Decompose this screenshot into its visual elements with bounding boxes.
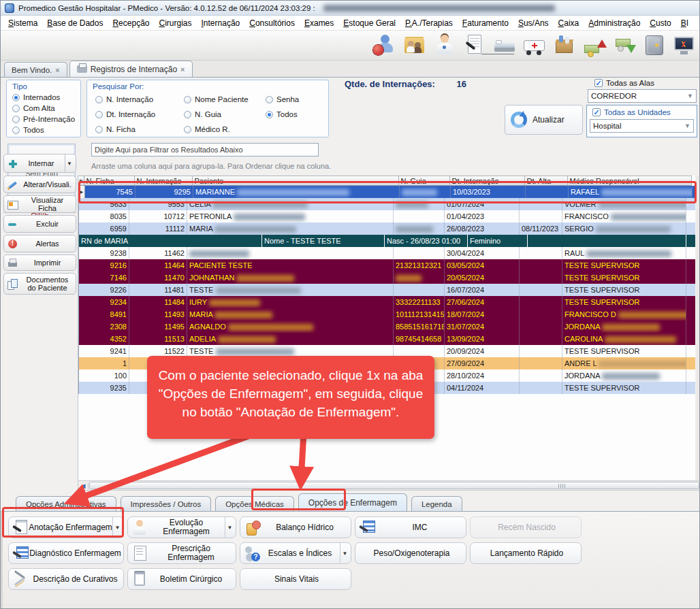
column-header-dt-interna-o[interactable]: Dt. Internação <box>450 176 525 186</box>
grid-subrow-newborn[interactable]: RN de MARIA Nome - TESTE TESTE Nasc - 26… <box>78 235 695 247</box>
sidebar-button-excluir[interactable]: Excluir <box>3 215 76 233</box>
menu-item-custo[interactable]: Custo <box>645 16 675 30</box>
sidebar-button-internar[interactable]: Internar▼ <box>3 154 76 173</box>
grid-row[interactable]: 56339553CELIA 01/07/2024VOLMER <box>78 198 695 210</box>
radio-pesquisar-nome-paciente[interactable]: Nome Paciente <box>178 92 260 107</box>
radio-pesquisar-senha[interactable]: Senha <box>260 92 319 107</box>
grid-row[interactable]: 92381146230/04/2024RAUL <box>78 247 695 259</box>
dropdown-arrow-icon[interactable]: ▼ <box>225 517 234 538</box>
ambulance-icon[interactable] <box>522 33 547 58</box>
menu-item-administra-o[interactable]: Administração <box>584 16 645 30</box>
tab-registros-de-interna-o[interactable]: Registros de Internação× <box>69 61 193 77</box>
bottom-tab-legenda[interactable]: Legenda <box>411 496 462 511</box>
column-header-dt-alta[interactable]: Dt. Alta <box>525 176 568 186</box>
contract-icon[interactable] <box>462 33 487 58</box>
grid-row[interactable]: ►75459295MARIANNE 10/03/2023RAFAEL <box>78 186 695 198</box>
action-button-imc[interactable]: IMC <box>355 516 466 538</box>
action-button-descri-o-de-curativos[interactable]: Descrição de Curativos <box>8 568 124 590</box>
grid-row[interactable]: 230811495AGNALDO 85851516171831/07/2024J… <box>78 320 695 333</box>
menu-item-faturamento[interactable]: Faturamento <box>458 16 513 30</box>
unit-select[interactable]: Hospital ▼ <box>590 119 694 133</box>
ward-select[interactable]: CORREDOR ▼ <box>588 89 697 103</box>
radio-tipo-com-alta[interactable]: Com Alta <box>7 103 80 114</box>
grid-row[interactable]: 923411484IURY 3332221113327/06/2024TESTE… <box>78 296 695 308</box>
hospital-bed-icon[interactable] <box>492 33 517 58</box>
menu-item-p-a-terapias[interactable]: P.A./Terapias <box>400 16 458 30</box>
sidebar-button-alertas[interactable]: Alertas <box>3 235 76 252</box>
radio-pesquisar-m-dico-r-[interactable]: Médico R. <box>178 122 260 137</box>
scrollbar-thumb[interactable] <box>89 482 699 489</box>
action-button-anota-o-enfermagem[interactable]: Anotação Enfermagem▼ <box>8 516 124 538</box>
sidebar-button-alterar-visuali-[interactable]: Alterar/Visuali. <box>3 176 76 193</box>
action-button-boletim-cir-rgico[interactable]: Boletim Cirúrgico <box>127 568 236 590</box>
menu-item-recep-o[interactable]: Recepção <box>108 16 154 30</box>
results-filter-input[interactable] <box>91 143 319 157</box>
patients-sync-icon[interactable] <box>372 33 397 58</box>
menu-item-cirurgias[interactable]: Cirurgias <box>154 16 196 30</box>
menu-item-sus-ans[interactable]: Sus/Ans <box>513 16 554 30</box>
stock-icon[interactable] <box>552 33 577 58</box>
all-units-checkbox[interactable]: ✓ Todas as Unidades <box>587 105 697 116</box>
sidebar-button-visualizar-ficha[interactable]: Visualizar Ficha <box>3 195 76 213</box>
sidebar-button-imprimir[interactable]: Imprimir <box>3 254 76 271</box>
bottom-tab-impress-es-outros[interactable]: Impressões / Outros <box>121 496 212 511</box>
radio-pesquisar-dt-interna-o[interactable]: Dt. Internação <box>90 107 178 122</box>
bottom-tab-op-es-adminstrativas[interactable]: Opções Adminstrativas <box>16 496 116 511</box>
radio-pesquisar-n-guia[interactable]: N. Guia <box>178 107 260 122</box>
action-button-prescri-o-enfermagem[interactable]: Prescrição Enfermagem <box>127 542 236 564</box>
action-button-balan-o-h-drico[interactable]: Balanço Hídrico <box>240 516 351 538</box>
menu-item-interna-o[interactable]: Internação <box>197 16 245 30</box>
dropdown-arrow-icon[interactable]: ▼ <box>65 154 74 172</box>
menu-item-sistema[interactable]: Sistema <box>3 16 42 30</box>
dropdown-arrow-icon[interactable]: ▼ <box>340 543 349 563</box>
grid-row[interactable]: 803510712PETRONILA 01/04/2023FRANCISCO <box>78 210 695 223</box>
bi-chart-icon[interactable] <box>672 33 697 58</box>
menu-item-consult-rios[interactable]: Consultórios <box>244 16 300 30</box>
menu-item-caixa[interactable]: Caixa <box>554 16 584 30</box>
close-icon[interactable]: × <box>180 65 185 73</box>
radio-pesquisar-n-ficha[interactable]: N. Ficha <box>90 122 178 137</box>
radio-tipo-pr-interna-o[interactable]: Pré-Internação <box>7 114 80 125</box>
action-button-peso-oxigenoterapia[interactable]: Peso/Oxigenoterapia <box>355 542 466 564</box>
radio-pesquisar-todos[interactable]: Todos <box>260 107 319 122</box>
column-header-n-ficha[interactable]: N. Ficha <box>84 176 135 186</box>
grid-row[interactable]: 695911112MARIA 26/08/202308/11/2023SERGI… <box>78 223 695 235</box>
menu-item-base-de-dados[interactable]: Base de Dados <box>42 16 108 30</box>
sidebar-button-documentos-do-paciente[interactable]: Documentos do Paciente <box>3 273 76 295</box>
radio-pesquisar-n-interna-o[interactable]: N. Internação <box>90 92 178 107</box>
scroll-left-icon[interactable]: ◀ <box>78 482 89 489</box>
refresh-button[interactable]: Atualizar <box>505 105 583 135</box>
action-button-evolu-o-enfermagem[interactable]: Evolução Enfermagem▼ <box>127 516 236 538</box>
menu-item-bi[interactable]: BI <box>676 16 693 30</box>
grid-row[interactable]: 435211513ADELIA 9874541465813/09/2024CAR… <box>78 333 695 345</box>
action-button-escalas-e-ndices[interactable]: Escalas e Índices▼ <box>240 542 351 564</box>
radio-tipo-internados[interactable]: Internados <box>7 92 80 103</box>
menu-item-exames[interactable]: Exames <box>300 16 338 30</box>
radio-tipo-todos[interactable]: Todos <box>7 125 80 135</box>
bottom-tab-op-es-de-enfermagem[interactable]: Opções de Enfermagem <box>298 493 407 511</box>
bottom-tab-op-es-m-dicas[interactable]: Opções Médicas <box>215 496 294 511</box>
action-button-lan-amento-r-pido[interactable]: Lançamento Rápido <box>470 542 582 564</box>
grid-row[interactable]: 921611464PACIENTE TESTE 2132131232103/05… <box>78 259 695 271</box>
grid-horizontal-scrollbar[interactable]: ◀ <box>78 480 700 491</box>
menu-item-estoque-geral[interactable]: Estoque Geral <box>338 16 400 30</box>
patient-folder-icon[interactable] <box>402 33 427 58</box>
action-button-diagn-stico-enfermagem[interactable]: Diagnóstico Enfermagem <box>8 542 124 564</box>
action-button-sinais-vitais[interactable]: Sinais Vitais <box>240 568 351 590</box>
doctor-icon[interactable] <box>432 33 457 58</box>
grid-row[interactable]: 714611470JOHNATHAN 20/05/2024TESTE SUPER… <box>78 271 695 284</box>
grid-row[interactable]: 922611481TESTE 16/07/2024TESTE SUPERVISO… <box>78 284 695 296</box>
grid-vertical-scrollbar[interactable] <box>696 176 700 480</box>
safe-icon[interactable] <box>642 33 667 58</box>
column-header-paciente[interactable]: Paciente <box>193 176 399 186</box>
tab-bem-vindo-[interactable]: Bem Vindo.× <box>4 62 67 77</box>
billing-up-icon[interactable] <box>582 33 607 58</box>
all-wards-checkbox[interactable]: ✓ Todas as Alas <box>594 79 654 87</box>
grid-row[interactable]: 849111493MARIA 10111213141518/07/2024FRA… <box>78 308 695 320</box>
column-header-n-guia[interactable]: N. Guia <box>399 176 450 186</box>
payments-down-icon[interactable] <box>612 33 637 58</box>
column-header-n-interna-o[interactable]: N. Internação <box>135 176 193 186</box>
close-icon[interactable]: × <box>55 66 59 74</box>
dropdown-arrow-icon[interactable]: ▼ <box>112 517 122 538</box>
column-header-m-dico-respons-vel[interactable]: Médico Responsável <box>568 176 692 186</box>
